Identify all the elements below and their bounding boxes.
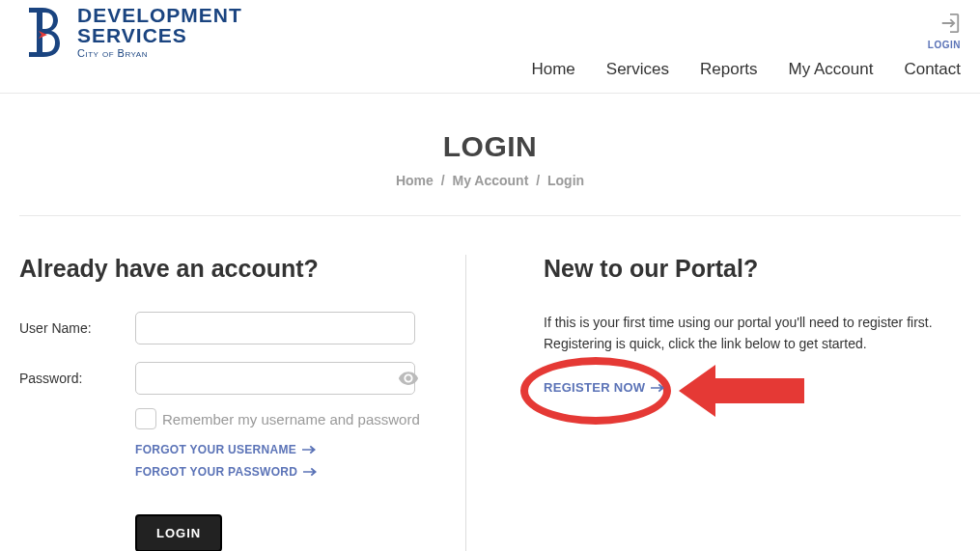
brand-logo[interactable]: DEVELOPMENT SERVICES City of Bryan [19, 5, 242, 59]
forgot-username-link[interactable]: FORGOT YOUR USERNAME [135, 443, 436, 457]
username-input[interactable] [135, 312, 415, 344]
arrow-right-icon [302, 444, 316, 457]
register-description: If this is your first time using our por… [544, 312, 961, 355]
register-now-link[interactable]: REGISTER NOW [544, 380, 664, 395]
logo-b-icon [19, 6, 68, 59]
breadcrumb-login: Login [547, 173, 584, 188]
login-heading: Already have an account? [19, 255, 436, 283]
annotation-arrow-icon [679, 365, 804, 421]
forgot-password-link[interactable]: FORGOT YOUR PASSWORD [135, 465, 436, 480]
arrow-right-icon [303, 466, 317, 480]
remember-label[interactable]: Remember my username and password [162, 411, 420, 427]
arrow-right-icon [651, 381, 664, 396]
primary-nav: Home Services Reports My Account Contact [531, 60, 961, 93]
nav-reports[interactable]: Reports [700, 60, 758, 79]
remember-checkbox[interactable] [135, 408, 156, 429]
login-icon[interactable] [939, 13, 961, 38]
register-heading: New to our Portal? [544, 255, 961, 283]
nav-home[interactable]: Home [531, 60, 574, 79]
breadcrumb: Home / My Account / Login [0, 173, 980, 188]
breadcrumb-sep: / [441, 173, 445, 188]
forgot-password-text: FORGOT YOUR PASSWORD [135, 465, 297, 479]
brand-line2: SERVICES [77, 25, 242, 45]
brand-line1: DEVELOPMENT [77, 5, 242, 25]
password-label: Password: [19, 371, 135, 386]
breadcrumb-my-account[interactable]: My Account [452, 173, 528, 188]
breadcrumb-sep: / [536, 173, 540, 188]
brand-line3: City of Bryan [77, 47, 242, 59]
page-title: LOGIN [0, 130, 980, 163]
nav-services[interactable]: Services [606, 60, 669, 79]
forgot-username-text: FORGOT YOUR USERNAME [135, 443, 296, 456]
password-input[interactable] [135, 362, 415, 395]
breadcrumb-home[interactable]: Home [396, 173, 434, 188]
register-now-text: REGISTER NOW [544, 380, 645, 395]
nav-contact[interactable]: Contact [904, 60, 961, 79]
header-login-link[interactable]: LOGIN [928, 40, 961, 50]
nav-my-account[interactable]: My Account [789, 60, 874, 79]
login-button[interactable]: LOGIN [135, 514, 222, 551]
username-label: User Name: [19, 320, 135, 336]
